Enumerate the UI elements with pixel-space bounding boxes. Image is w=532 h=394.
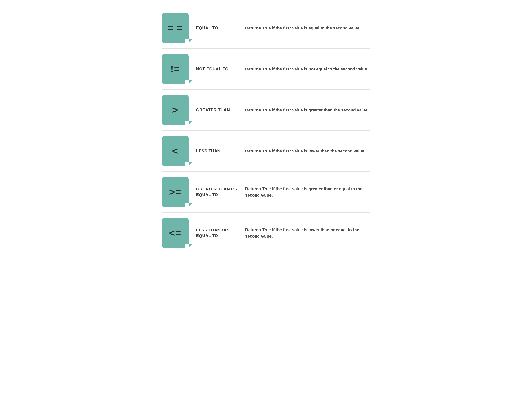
operator-description-equal-to: Returns True if the first value is equal… xyxy=(245,25,370,31)
operator-description-greater-than-or-equal-to: Returns True if the first value is great… xyxy=(245,186,370,198)
operator-symbol-less-than-or-equal-to: <= xyxy=(169,227,181,239)
operator-symbol-less-than: < xyxy=(172,145,178,157)
operator-symbol-greater-than-or-equal-to: >= xyxy=(169,186,181,198)
operator-description-greater-than: Returns True if the first value is great… xyxy=(245,107,370,113)
operator-symbol-equal-to: = = xyxy=(168,22,183,34)
operators-list: = = EQUAL TO Returns True if the first v… xyxy=(162,8,370,254)
operator-name-equal-to: EQUAL TO xyxy=(196,25,238,31)
operator-name-less-than-or-equal-to: LESS THAN OR EQUAL TO xyxy=(196,228,238,238)
operator-description-less-than-or-equal-to: Returns True if the first value is lower… xyxy=(245,227,370,239)
operator-row-greater-than-or-equal-to: >= GREATER THAN OR EQUAL TO Returns True… xyxy=(162,171,370,213)
operator-row-less-than: < LESS THAN Returns True if the first va… xyxy=(162,130,370,171)
operator-name-greater-than: GREATER THAN xyxy=(196,107,238,113)
operator-description-not-equal-to: Returns True if the first value is not e… xyxy=(245,66,370,72)
operator-icon-not-equal-to: != xyxy=(162,54,189,84)
operator-row-not-equal-to: != NOT EQUAL TO Returns True if the firs… xyxy=(162,49,370,89)
operator-description-less-than: Returns True if the first value is lower… xyxy=(245,148,370,154)
operator-icon-equal-to: = = xyxy=(162,13,189,43)
operator-icon-less-than-or-equal-to: <= xyxy=(162,218,189,248)
operator-symbol-not-equal-to: != xyxy=(170,63,180,75)
operator-name-less-than: LESS THAN xyxy=(196,148,238,154)
operator-name-greater-than-or-equal-to: GREATER THAN OR EQUAL TO xyxy=(196,187,238,197)
operator-row-less-than-or-equal-to: <= LESS THAN OR EQUAL TO Returns True if… xyxy=(162,213,370,254)
operator-symbol-greater-than: > xyxy=(172,104,178,116)
operator-icon-less-than: < xyxy=(162,136,189,166)
operator-icon-greater-than: > xyxy=(162,95,189,125)
operator-row-equal-to: = = EQUAL TO Returns True if the first v… xyxy=(162,8,370,48)
operator-name-not-equal-to: NOT EQUAL TO xyxy=(196,66,238,72)
operator-row-greater-than: > GREATER THAN Returns True if the first… xyxy=(162,90,370,130)
operator-icon-greater-than-or-equal-to: >= xyxy=(162,177,189,207)
